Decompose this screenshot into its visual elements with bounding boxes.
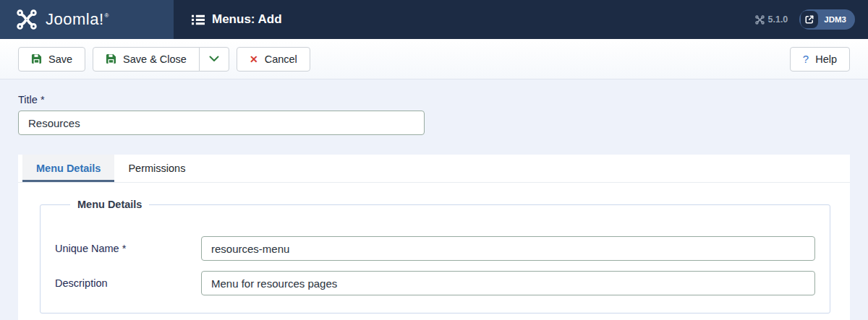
description-input[interactable] [201,271,815,295]
help-label: Help [815,53,837,65]
badge-label: JDM3 [824,15,846,24]
title-bar: Menus: Add [174,0,868,39]
cancel-button[interactable]: ✕ Cancel [237,47,310,72]
save-label: Save [48,53,72,65]
tab-content: Menu Details Unique Name * Description [18,183,850,320]
unique-name-input[interactable] [201,236,815,261]
menu-details-panel: Menu Details Permissions Menu Details Un… [18,155,850,320]
joomla-logo[interactable]: Joomla!® [0,0,174,39]
tab-permissions[interactable]: Permissions [114,155,199,182]
unique-name-row: Unique Name * [55,236,815,261]
toolbar: Save Save & Close ✕ Cancel [0,39,868,79]
title-input[interactable] [18,111,425,135]
tab-menu-details[interactable]: Menu Details [22,155,114,182]
question-icon: ? [803,53,809,64]
joomla-version-icon [755,15,765,25]
save-button[interactable]: Save [18,47,85,72]
menu-details-fieldset: Menu Details Unique Name * Description [40,199,830,313]
chevron-down-icon [209,56,219,62]
save-close-label: Save & Close [123,53,187,65]
help-button[interactable]: ? Help [790,47,850,72]
save-and-close-button[interactable]: Save & Close [93,47,200,72]
page-content: Title * Menu Details Permissions Menu De… [0,79,868,320]
save-close-split-button: Save & Close [93,47,229,72]
description-row: Description [55,271,815,295]
tab-bar: Menu Details Permissions [18,155,850,183]
save-icon [31,53,42,64]
app-header: Joomla!® Menus: Add [0,0,868,39]
user-menu-badge[interactable]: JDM3 [799,9,855,30]
registered-mark: ® [105,12,109,19]
menu-list-icon [192,14,205,25]
fieldset-legend: Menu Details [70,199,149,210]
joomla-version: 5.1.0 [755,14,788,25]
logo-text: Joomla!® [46,10,109,29]
page-heading: Menus: Add [192,12,282,27]
version-text: 5.1.0 [768,14,788,25]
page-title: Menus: Add [212,12,282,27]
cancel-label: Cancel [265,53,297,65]
unique-name-label: Unique Name * [55,243,201,254]
save-options-dropdown-button[interactable] [199,47,229,72]
title-field-label: Title * [18,94,850,105]
joomla-logo-icon [16,9,38,30]
save-icon [106,53,116,64]
external-link-icon [801,11,818,28]
description-label: Description [55,277,201,289]
close-icon: ✕ [250,54,258,64]
